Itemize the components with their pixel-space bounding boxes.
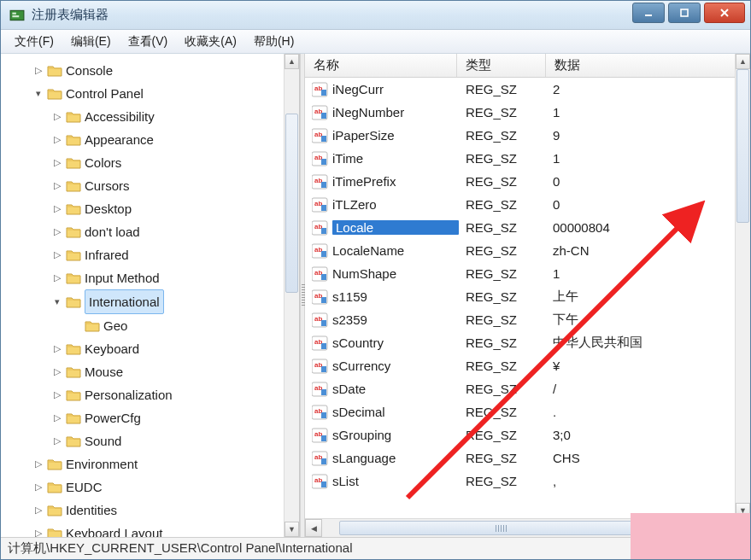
values-rows[interactable]: iNegCurrREG_SZ2iNegNumberREG_SZ1iPaperSi… <box>305 78 750 537</box>
regedit-window: 注册表编辑器 文件(F) 编辑(E) 查看(V) 收藏夹(A) 帮助(H) <box>0 0 751 560</box>
value-row[interactable]: s2359REG_SZ下午 <box>305 308 750 331</box>
value-type: REG_SZ <box>459 82 548 96</box>
value-row[interactable]: sCurrencyREG_SZ¥ <box>305 354 750 377</box>
value-type: REG_SZ <box>459 174 548 189</box>
tree-node[interactable]: ▷Keyboard <box>52 337 299 360</box>
folder-icon <box>47 504 62 516</box>
value-row[interactable]: iTLZeroREG_SZ0 <box>305 193 750 216</box>
value-row[interactable]: sCountryREG_SZ中华人民共和国 <box>305 331 750 354</box>
tree-node[interactable]: ▷EUDC <box>33 475 299 499</box>
reg-sz-icon <box>312 382 329 397</box>
menu-edit[interactable]: 编辑(E) <box>62 32 120 52</box>
tree-node[interactable]: ▷Personalization <box>52 383 299 406</box>
tree-node[interactable]: ▷Desktop <box>52 197 299 220</box>
value-name: sDate <box>332 382 459 396</box>
value-data: 2 <box>548 82 750 96</box>
value-row[interactable]: LocaleNameREG_SZzh-CN <box>305 239 750 262</box>
value-row[interactable]: iNegCurrREG_SZ2 <box>305 78 750 101</box>
svg-rect-2 <box>12 15 19 17</box>
value-name: s1159 <box>332 289 459 304</box>
tree-node[interactable]: ▷Mouse <box>52 360 299 383</box>
scroll-thumb[interactable] <box>736 69 749 223</box>
value-type: REG_SZ <box>459 105 548 120</box>
tree-node[interactable]: ▷Colors <box>52 151 299 174</box>
value-row[interactable]: sListREG_SZ, <box>305 470 750 493</box>
value-data: 1 <box>548 151 750 166</box>
tree-node[interactable]: ▷Infrared <box>52 243 299 266</box>
scroll-thumb[interactable] <box>285 114 298 293</box>
minimize-button[interactable] <box>632 3 665 23</box>
folder-icon <box>47 458 62 470</box>
reg-sz-icon <box>312 243 329 259</box>
folder-icon <box>66 388 81 401</box>
value-data: ¥ <box>548 359 750 373</box>
value-row[interactable]: iTimePrefixREG_SZ0 <box>305 170 750 193</box>
tree-node-international[interactable]: ▾International <box>52 289 299 314</box>
col-name[interactable]: 名称 <box>305 54 457 77</box>
value-name: iNegNumber <box>332 105 459 120</box>
value-row[interactable]: sLanguageREG_SZCHS <box>305 446 750 470</box>
value-row[interactable]: iTimeREG_SZ1 <box>305 147 750 170</box>
tree-label: EUDC <box>66 475 103 499</box>
col-type[interactable]: 类型 <box>457 54 546 77</box>
value-data: 1 <box>548 266 750 281</box>
scroll-down-icon[interactable]: ▼ <box>285 522 299 537</box>
tree-label: Appearance <box>85 128 154 151</box>
tree-node[interactable]: ▷Environment <box>33 452 299 475</box>
tree-label: Desktop <box>85 197 132 220</box>
tree-node[interactable]: ▷Accessibility <box>52 105 299 128</box>
value-name: sCountry <box>332 335 459 350</box>
value-row[interactable]: iNegNumberREG_SZ1 <box>305 101 750 124</box>
value-row[interactable]: NumShapeREG_SZ1 <box>305 262 750 285</box>
scroll-thumb[interactable] <box>339 521 664 535</box>
value-row[interactable]: iPaperSizeREG_SZ9 <box>305 124 750 147</box>
tree-node-console[interactable]: ▷Console <box>33 59 299 82</box>
tree-node[interactable]: ▷PowerCfg <box>52 406 299 429</box>
tree-label: don't load <box>85 220 140 243</box>
col-data[interactable]: 数据 <box>546 54 750 77</box>
tree-node[interactable]: ▷don't load <box>52 220 299 243</box>
reg-sz-icon <box>312 197 329 213</box>
tree-label: Input Method <box>85 266 160 289</box>
reg-sz-icon <box>312 451 329 466</box>
menu-help[interactable]: 帮助(H) <box>245 32 302 52</box>
menu-fav[interactable]: 收藏夹(A) <box>176 32 245 52</box>
list-vscrollbar[interactable]: ▲ ▼ <box>735 54 750 518</box>
value-row[interactable]: sGroupingREG_SZ3;0 <box>305 423 750 446</box>
folder-icon <box>66 248 81 261</box>
reg-sz-icon <box>312 428 329 443</box>
close-button[interactable] <box>704 3 745 23</box>
scroll-up-icon[interactable]: ▲ <box>736 54 750 69</box>
content-area: ▷Console ▾Control Panel ▷Accessibility▷A… <box>1 54 750 537</box>
titlebar[interactable]: 注册表编辑器 <box>1 1 750 30</box>
tree-node[interactable]: ▷Appearance <box>52 128 299 151</box>
values-list-pane: 名称 类型 数据 iNegCurrREG_SZ2iNegNumberREG_SZ… <box>305 54 750 537</box>
tree-node[interactable]: ▷Identities <box>33 499 299 522</box>
value-row[interactable]: s1159REG_SZ上午 <box>305 285 750 308</box>
folder-icon <box>66 179 81 192</box>
tree-node-control-panel[interactable]: ▾Control Panel <box>33 82 299 105</box>
value-data: 0 <box>548 197 750 212</box>
value-name: sLanguage <box>332 451 459 465</box>
tree-node[interactable]: ▷Sound <box>52 429 299 452</box>
tree-label: Environment <box>66 452 138 475</box>
scroll-left-icon[interactable]: ◀ <box>305 519 322 537</box>
menu-file[interactable]: 文件(F) <box>6 32 62 52</box>
tree-node[interactable]: ▷Input Method <box>52 266 299 289</box>
tree-node[interactable]: ▷Cursors <box>52 174 299 197</box>
value-data: , <box>548 474 750 488</box>
tree-label: Identities <box>66 499 117 522</box>
tree-scrollbar[interactable]: ▲ ▼ <box>284 54 299 537</box>
value-row[interactable]: LocaleREG_SZ00000804 <box>305 216 750 239</box>
maximize-button[interactable] <box>668 3 701 23</box>
tree-node[interactable]: ▷Keyboard Layout <box>33 522 299 537</box>
value-row[interactable]: sDecimalREG_SZ. <box>305 400 750 423</box>
tree-view[interactable]: ▷Console ▾Control Panel ▷Accessibility▷A… <box>1 54 299 537</box>
folder-icon <box>66 271 81 284</box>
tree-label: Colors <box>85 151 121 174</box>
tree-node-geo[interactable]: Geo <box>71 314 299 337</box>
value-row[interactable]: sDateREG_SZ/ <box>305 377 750 400</box>
value-name: sDecimal <box>332 405 459 419</box>
scroll-up-icon[interactable]: ▲ <box>285 54 299 69</box>
menu-view[interactable]: 查看(V) <box>120 32 177 52</box>
